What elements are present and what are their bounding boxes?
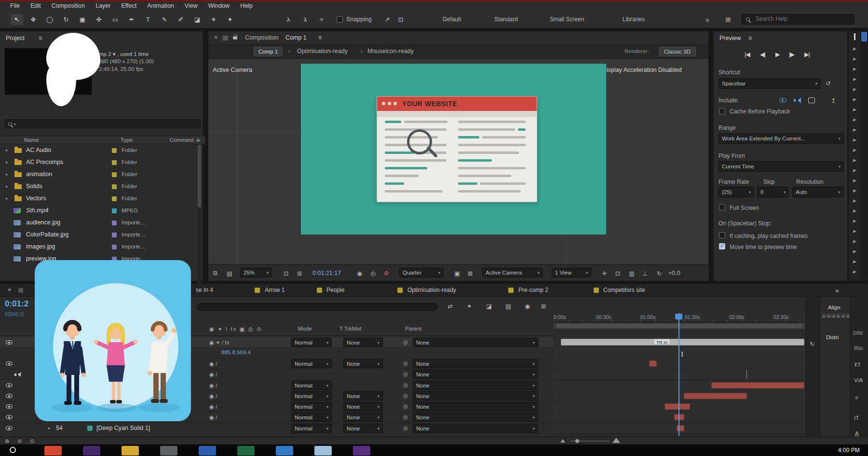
zoom-slider-knob[interactable] xyxy=(575,439,579,443)
camera-track-tool[interactable]: λ xyxy=(282,14,295,25)
play-button[interactable]: ▶ xyxy=(775,51,780,58)
timeline-tab[interactable]: Arrow 1 xyxy=(265,287,285,293)
play-from-dropdown[interactable]: Current Time ▾ xyxy=(719,161,844,172)
share-icon[interactable]: ↥ xyxy=(831,97,836,104)
audio-icon[interactable] xyxy=(14,372,21,377)
twirl-icon[interactable]: ▸ xyxy=(6,184,8,189)
trkmat-column-header[interactable]: T TrkMat xyxy=(339,326,361,332)
include-overlays-icon[interactable] xyxy=(808,97,815,103)
project-item-row[interactable]: ▸ Vectors Folder xyxy=(0,193,200,205)
distribute-panel-title[interactable]: Distri xyxy=(826,334,839,340)
layer-track[interactable] xyxy=(554,369,805,379)
parent-dropdown[interactable]: None▾ xyxy=(413,370,538,379)
align-bottom-icon[interactable] xyxy=(846,314,850,318)
refresh-icon[interactable]: ↻ xyxy=(810,340,814,347)
workspace-small-screen[interactable]: Small Screen xyxy=(550,16,584,23)
layer-track[interactable] xyxy=(554,337,805,347)
mode-dropdown[interactable]: Normal▾ xyxy=(291,413,332,422)
menu-item-layer[interactable]: Layer xyxy=(90,2,116,9)
mask-feather-tool[interactable]: ✧ xyxy=(315,14,328,25)
align-left-icon[interactable] xyxy=(822,314,826,318)
toggle-inout-pane-icon[interactable]: ⊙ xyxy=(30,438,35,444)
solid-color-swatch[interactable] xyxy=(87,426,93,431)
breadcrumb-current[interactable]: Comp 1 xyxy=(254,47,283,56)
mini-flowchart-icon[interactable]: ⊥ xyxy=(642,270,648,277)
range-dropdown[interactable]: Work Area Extended By Current... ▾ xyxy=(719,133,844,144)
align-center-v-icon[interactable] xyxy=(841,314,845,318)
panel-menu-icon[interactable]: ≡ xyxy=(39,35,42,41)
type-tool[interactable]: T xyxy=(142,14,154,25)
layer-track[interactable] xyxy=(554,380,805,390)
rulers-icon[interactable]: ▥ xyxy=(629,270,635,277)
taskbar-app-icon[interactable] xyxy=(276,446,293,456)
region-of-interest-icon[interactable]: ⊡ xyxy=(284,270,288,277)
eye-icon[interactable] xyxy=(6,415,13,419)
pixel-aspect-icon[interactable]: ⊡ xyxy=(615,270,620,277)
pickwhip-icon[interactable]: ◎ xyxy=(403,425,408,431)
project-search-field[interactable]: ▾ xyxy=(5,119,201,128)
cache-before-playback-checkbox[interactable] xyxy=(719,108,725,114)
frame-rate-dropdown[interactable]: (25) ▾ xyxy=(719,187,754,197)
layer-track[interactable] xyxy=(554,423,805,433)
project-item-row[interactable]: ▸ AC Precomps Folder xyxy=(0,157,200,169)
axis-mode-icon[interactable]: ✛ xyxy=(602,270,607,277)
taskbar-app-icon[interactable] xyxy=(160,446,177,456)
include-video-icon[interactable] xyxy=(779,98,787,103)
first-frame-button[interactable]: |◀ xyxy=(745,51,750,58)
project-flowchart-icon[interactable]: ✛ xyxy=(196,137,201,144)
column-type[interactable]: Type xyxy=(121,137,133,143)
exposure-reset-icon[interactable]: ↻ xyxy=(657,270,662,277)
scrollbar-thumb[interactable] xyxy=(198,145,201,207)
pickwhip-icon[interactable]: ◎ xyxy=(403,403,408,410)
exposure-value[interactable]: +0.0 xyxy=(668,270,680,276)
panel-menu-icon[interactable]: ≡ xyxy=(748,35,752,41)
pickwhip-icon[interactable]: ◎ xyxy=(403,360,408,367)
layer-switches[interactable]: ◉ / xyxy=(209,414,217,421)
snap-to-features-icon[interactable]: ⊡ xyxy=(394,14,407,25)
project-item-row[interactable]: ColorPallate.jpg Importe… xyxy=(0,229,200,241)
pickwhip-icon[interactable]: ◎ xyxy=(403,392,408,399)
pickwhip-icon[interactable]: ◎ xyxy=(403,382,408,388)
skip-dropdown[interactable]: 0 ▾ xyxy=(757,187,789,197)
workspace-overflow-button[interactable]: » xyxy=(705,16,709,24)
mode-dropdown[interactable]: Normal▾ xyxy=(291,359,332,368)
column-name[interactable]: Name xyxy=(24,137,39,143)
timeline-tab[interactable]: Competitors site xyxy=(603,287,645,293)
workspace-libraries[interactable]: Libraries xyxy=(623,16,645,23)
snapshot-icon[interactable]: ◉ xyxy=(357,270,362,277)
layer-switches[interactable]: ◉ / xyxy=(209,382,217,389)
label-swatch[interactable] xyxy=(112,184,117,189)
taskbar-app-icon[interactable] xyxy=(199,446,216,456)
screen-mode-icon[interactable]: ▤ xyxy=(227,270,232,277)
taskbar-app-icon[interactable] xyxy=(314,446,332,456)
twirl-icon[interactable]: ▸ xyxy=(6,172,8,177)
draft-3d-icon[interactable]: ✦ xyxy=(467,303,472,310)
viewer-timecode[interactable]: 0:01:21:17 xyxy=(312,270,341,276)
roto-brush-tool[interactable]: ✶ xyxy=(207,14,220,25)
label-swatch[interactable] xyxy=(112,160,117,165)
preview-panel-title[interactable]: Preview xyxy=(719,35,741,41)
taskbar-app-icon[interactable] xyxy=(83,446,100,456)
layer-switches[interactable]: ◉ / xyxy=(209,371,217,378)
pickwhip-icon[interactable]: ◎ xyxy=(403,371,408,377)
show-snapshot-icon[interactable]: ◎ xyxy=(370,270,376,277)
close-icon[interactable]: × xyxy=(8,287,11,293)
twirl-icon[interactable]: ▸ xyxy=(6,196,8,201)
previous-frame-button[interactable]: ◀| xyxy=(760,51,765,58)
layer-track[interactable] xyxy=(554,391,805,401)
timeline-tab[interactable]: Optimisation-ready xyxy=(407,287,456,293)
magnification-dropdown[interactable]: 25% ▾ xyxy=(240,268,272,277)
menu-item-window[interactable]: Window xyxy=(203,2,235,9)
project-item-row[interactable]: ▸ Solids Folder xyxy=(0,181,200,193)
composition-tab-name[interactable]: Comp 1 xyxy=(285,34,307,41)
menu-item-composition[interactable]: Composition xyxy=(46,2,90,9)
full-screen-checkbox[interactable] xyxy=(719,204,725,210)
choose-grid-icon[interactable]: ⊞ xyxy=(297,270,302,277)
taskbar-app-icon[interactable] xyxy=(44,446,62,456)
composition-mini-flowchart-icon[interactable]: ⇄ xyxy=(448,303,452,310)
eye-icon[interactable] xyxy=(6,383,13,387)
parent-dropdown[interactable]: None▾ xyxy=(413,359,538,368)
eye-icon[interactable] xyxy=(6,361,13,366)
label-swatch[interactable] xyxy=(112,148,117,153)
eye-icon[interactable] xyxy=(6,426,13,430)
